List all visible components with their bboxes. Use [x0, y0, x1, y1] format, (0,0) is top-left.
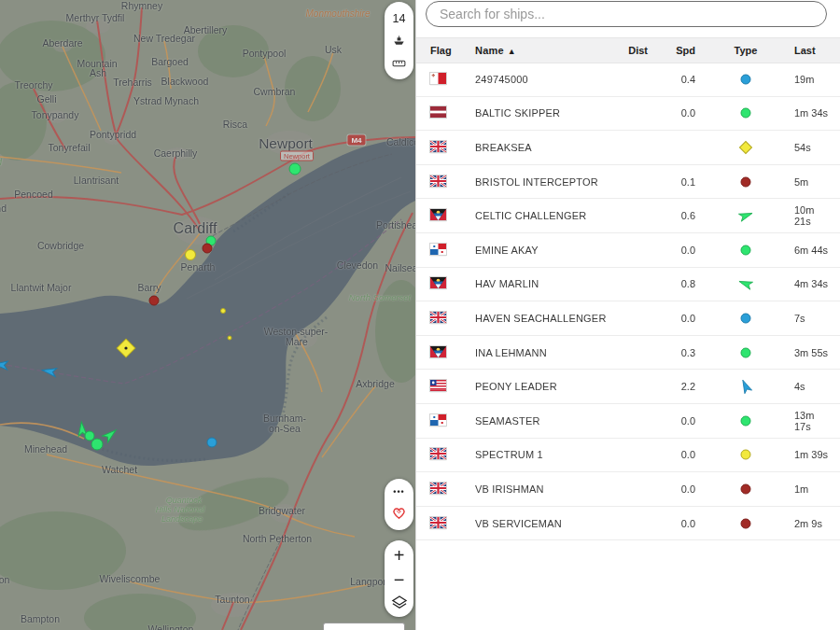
- ship-type-icon-circle: [697, 345, 794, 360]
- flag-icon-uk: [430, 312, 446, 323]
- ship-last: 4m 34s: [794, 278, 832, 289]
- map-ship-marker-yellow[interactable]: [221, 309, 226, 314]
- map-ship-marker-green[interactable]: [91, 439, 103, 450]
- more-options-button[interactable]: •••: [393, 488, 404, 496]
- sort-ascending-icon: ▲: [508, 47, 516, 56]
- flag-icon-antigua: [430, 277, 446, 288]
- ship-name: PEONY LEADER: [475, 381, 610, 392]
- ship-last: 13m 17s: [794, 410, 832, 432]
- flag-icon-malta: [430, 73, 446, 84]
- ship-name: BALTIC SKIPPER: [475, 107, 610, 119]
- column-header-last[interactable]: Last: [794, 45, 832, 56]
- ship-row[interactable]: PEONY LEADER2.24s: [416, 370, 840, 404]
- ship-type-icon-circle: [697, 72, 794, 87]
- map-ship-marker-green[interactable]: [103, 427, 119, 442]
- map-ship-marker-blue[interactable]: [0, 360, 7, 370]
- ship-last: 6m 44s: [794, 245, 832, 256]
- ship-last: 54s: [794, 142, 832, 153]
- column-header-type[interactable]: Type: [697, 45, 794, 56]
- map-ship-marker-green[interactable]: [85, 431, 94, 441]
- ship-spd: 0.0: [650, 313, 697, 324]
- ship-type-icon-dart: [697, 379, 794, 394]
- map-canvas[interactable]: RhymneyMerthyr TydfilMonmouthshireAberti…: [0, 0, 415, 630]
- ship-row[interactable]: HAV MARLIN0.84m 34s: [416, 268, 840, 302]
- map-ship-marker-yellow[interactable]: [117, 339, 135, 357]
- column-header-flag[interactable]: Flag: [430, 45, 475, 56]
- ship-spd: 0.4: [650, 74, 697, 85]
- ship-type-icon-circle: [697, 243, 794, 258]
- flag-icon-latvia: [430, 106, 446, 118]
- ship-name: INA LEHMANN: [475, 347, 610, 358]
- map-ship-marker-yellow[interactable]: [186, 250, 196, 260]
- ship-type-icon-circle: [697, 413, 794, 428]
- flag-icon-uk: [430, 175, 446, 187]
- ship-spd: 0.8: [650, 278, 697, 289]
- ship-type-icon-circle: [697, 311, 794, 326]
- ship-type-icon-circle: [697, 516, 794, 531]
- ship-spd: 0.0: [650, 107, 697, 119]
- heart-handshake-icon[interactable]: [390, 504, 408, 521]
- ship-type-icon-circle: [697, 447, 794, 462]
- map-ship-marker-blue[interactable]: [207, 438, 217, 447]
- ship-type-icon-diamond: [697, 140, 794, 155]
- ship-spd: 0.0: [650, 483, 697, 495]
- ship-table-body: 2497450000.419mBALTIC SKIPPER0.01m 34sBR…: [416, 63, 840, 540]
- ship-row[interactable]: VB SERVICEMAN0.02m 9s: [416, 507, 840, 541]
- ship-last: 2m 9s: [794, 518, 832, 529]
- ship-last: 3m 55s: [794, 347, 832, 358]
- ship-spd: 0.3: [650, 347, 697, 358]
- ship-row[interactable]: 2497450000.419m: [416, 63, 840, 97]
- map-toolbar-top: 14: [385, 2, 413, 79]
- zoom-in-button[interactable]: +: [394, 547, 405, 564]
- flag-icon-antigua: [430, 209, 446, 220]
- ship-name: 249745000: [475, 74, 610, 85]
- ship-row[interactable]: CELTIC CHALLENGER0.610m 21s: [416, 199, 840, 233]
- column-header-dist[interactable]: Dist: [610, 45, 650, 56]
- search-input[interactable]: [426, 1, 827, 27]
- flag-icon-panama: [430, 244, 446, 255]
- ship-row[interactable]: HAVEN SEACHALLENGER0.07s: [416, 301, 840, 336]
- flag-icon-uk: [430, 141, 446, 152]
- ship-last: 7s: [794, 313, 832, 324]
- map-ship-marker-yellow[interactable]: [228, 336, 231, 340]
- ship-last: 1m: [794, 483, 832, 495]
- ship-type-icon-dart: [697, 208, 794, 223]
- ship-name: BRISTOL INTERCEPTOR: [475, 176, 610, 188]
- map-toolbar-zoom: + −: [385, 540, 413, 617]
- ship-spd: 0.1: [650, 176, 697, 188]
- ship-type-icon-circle: [697, 175, 794, 189]
- flag-icon-uk: [430, 517, 446, 528]
- ship-type-icon-dart: [697, 276, 794, 291]
- ship-row[interactable]: BALTIC SKIPPER0.01m 34s: [416, 97, 840, 132]
- ship-row[interactable]: INA LEHMANN0.33m 55s: [416, 336, 840, 371]
- measure-ruler-icon[interactable]: [392, 58, 406, 69]
- ship-row[interactable]: SEAMASTER0.013m 17s: [416, 404, 840, 439]
- ship-name: BREAKSEA: [475, 142, 610, 153]
- flag-icon-liberia: [430, 380, 446, 391]
- map-ship-marker-red[interactable]: [149, 296, 159, 305]
- ship-last: 1m 34s: [794, 107, 832, 119]
- column-header-name[interactable]: Name▲: [475, 45, 610, 56]
- ship-row[interactable]: BREAKSEA54s: [416, 131, 840, 165]
- attribution-box[interactable]: [323, 623, 405, 630]
- ship-row[interactable]: BRISTOL INTERCEPTOR0.15m: [416, 165, 840, 200]
- layers-icon[interactable]: [391, 595, 408, 610]
- ship-row[interactable]: EMINE AKAY0.06m 44s: [416, 233, 840, 268]
- ship-filter-icon[interactable]: [392, 35, 406, 48]
- zoom-out-button[interactable]: −: [394, 571, 405, 588]
- map-ship-marker-green[interactable]: [289, 163, 301, 175]
- map-ship-marker-blue[interactable]: [41, 366, 56, 376]
- ship-last: 5m: [794, 176, 832, 188]
- map-ship-marker-red[interactable]: [203, 244, 212, 253]
- ship-last: 4s: [794, 381, 832, 392]
- ship-row[interactable]: VB IRISHMAN0.01m: [416, 472, 840, 507]
- ship-name: HAV MARLIN: [475, 278, 610, 289]
- column-header-spd[interactable]: Spd: [650, 45, 697, 56]
- ship-marker-layer: [0, 0, 415, 630]
- ship-type-icon-circle: [697, 482, 794, 497]
- ship-spd: 0.0: [650, 415, 697, 427]
- ship-spd: 0.0: [650, 245, 697, 256]
- ship-name: VB SERVICEMAN: [475, 518, 610, 529]
- ship-last: 19m: [794, 74, 832, 85]
- ship-row[interactable]: SPECTRUM 10.01m 39s: [416, 439, 840, 473]
